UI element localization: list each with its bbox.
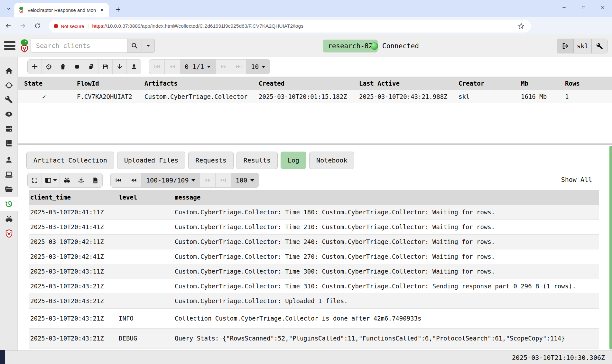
search-input[interactable] bbox=[31, 39, 127, 53]
column-header[interactable]: FlowId bbox=[70, 77, 138, 90]
flow-row[interactable]: ✓ F.CV7KA2QHUIAT2 Custom.CyberTriage.Col… bbox=[18, 90, 612, 103]
last-page-button[interactable] bbox=[216, 173, 231, 187]
sidebar-item-server-artifacts[interactable] bbox=[0, 92, 18, 107]
forward-icon[interactable] bbox=[17, 20, 29, 32]
show-all-link[interactable]: Show All bbox=[561, 176, 592, 183]
sidebar-item-users[interactable] bbox=[0, 153, 18, 167]
column-header[interactable]: Last Active bbox=[353, 77, 452, 90]
sidebar-item-artifact-repository[interactable] bbox=[0, 136, 18, 150]
sidebar-item-search[interactable] bbox=[0, 211, 18, 226]
column-header[interactable]: Creator bbox=[452, 77, 515, 90]
next-page-button[interactable] bbox=[200, 173, 216, 187]
tab-search-chevron-icon[interactable] bbox=[4, 4, 14, 13]
not-secure-badge[interactable]: Not secure bbox=[53, 23, 88, 29]
crosshair-icon bbox=[5, 81, 13, 89]
sidebar-item-file-browser[interactable] bbox=[0, 182, 18, 197]
log-row[interactable]: 2025-03-10T20:43:21Z Custom.CyberTriage.… bbox=[29, 279, 599, 294]
log-row[interactable]: 2025-03-10T20:43:21Z DEBUG Query Stats: … bbox=[29, 328, 599, 348]
cancel-flow-button[interactable] bbox=[70, 60, 84, 74]
tab[interactable]: Results bbox=[236, 152, 278, 169]
search-options-button[interactable] bbox=[142, 39, 155, 53]
download-json-button[interactable] bbox=[74, 173, 88, 187]
download-csv-button[interactable]: CSV bbox=[88, 173, 102, 187]
back-icon[interactable] bbox=[2, 20, 14, 32]
fullscreen-button[interactable] bbox=[28, 173, 42, 187]
client-info-button[interactable] bbox=[127, 60, 141, 74]
new-collection-button[interactable] bbox=[28, 60, 42, 74]
prev-page-button[interactable] bbox=[126, 173, 142, 187]
delete-flow-button[interactable] bbox=[56, 60, 70, 74]
trash-icon bbox=[60, 63, 66, 70]
log-row[interactable]: 2025-03-10T20:43:21Z Custom.CyberTriage.… bbox=[29, 294, 599, 308]
flows-toolbar: 0-1/1 10 bbox=[27, 58, 270, 75]
reload-icon[interactable] bbox=[31, 20, 43, 32]
skip-last-icon bbox=[235, 63, 242, 70]
log-row[interactable]: 2025-03-10T20:43:21Z INFO Collection Cus… bbox=[29, 308, 599, 328]
page-size-dropdown[interactable]: 100 bbox=[231, 173, 258, 187]
first-page-button[interactable] bbox=[111, 173, 126, 187]
log-message: Custom.CyberTriage.Collector: Time 300: … bbox=[173, 264, 599, 279]
copy-flow-button[interactable] bbox=[84, 60, 98, 74]
velociraptor-logo[interactable] bbox=[19, 38, 30, 53]
sidebar-item-client-monitoring[interactable] bbox=[0, 107, 18, 121]
tab[interactable]: Artifact Collection bbox=[26, 152, 114, 169]
tab-close-icon[interactable] bbox=[98, 6, 106, 14]
log-row[interactable]: 2025-03-10T20:42:11Z Custom.CyberTriage.… bbox=[29, 234, 599, 249]
client-search bbox=[31, 39, 155, 53]
log-row[interactable]: 2025-03-10T20:41:41Z Custom.CyberTriage.… bbox=[29, 219, 599, 234]
org-badge[interactable]: research-02 bbox=[323, 40, 378, 52]
first-page-button[interactable] bbox=[149, 60, 165, 74]
column-header[interactable]: Rows bbox=[559, 77, 612, 90]
tab[interactable]: Log bbox=[281, 152, 306, 169]
column-header[interactable]: message bbox=[173, 190, 599, 205]
hamburger-menu-icon[interactable] bbox=[4, 41, 15, 51]
archive-flow-button[interactable] bbox=[42, 60, 56, 74]
close-icon[interactable] bbox=[596, 2, 609, 13]
maximize-icon[interactable] bbox=[577, 2, 590, 13]
minimize-icon[interactable] bbox=[557, 2, 571, 13]
log-message: Collection Custom.CyberTriage.Collector … bbox=[173, 308, 599, 328]
column-header[interactable]: Artifacts bbox=[138, 77, 252, 90]
flow-detail-panel: Artifact CollectionUploaded FilesRequest… bbox=[18, 145, 612, 350]
tab[interactable]: Uploaded Files bbox=[117, 152, 186, 169]
search-button[interactable] bbox=[127, 39, 142, 53]
save-collection-button[interactable] bbox=[98, 60, 113, 74]
tab[interactable]: Notebook bbox=[309, 152, 354, 169]
last-page-button[interactable] bbox=[231, 60, 246, 74]
page-range-dropdown[interactable]: 100-109/109 bbox=[142, 173, 200, 187]
download-results-button[interactable] bbox=[113, 60, 127, 74]
sidebar-item-server-status[interactable] bbox=[0, 121, 18, 136]
columns-button[interactable] bbox=[42, 173, 60, 187]
log-message: Custom.CyberTriage.Collector: Time 180: … bbox=[173, 205, 599, 219]
column-header[interactable]: client_time bbox=[29, 190, 117, 205]
flows-pagination: 0-1/1 10 bbox=[149, 59, 270, 74]
address-bar[interactable]: Not secure https://10.0.0.37:8889/app/in… bbox=[49, 20, 531, 33]
sidebar-item-home[interactable] bbox=[0, 63, 18, 78]
logout-button[interactable] bbox=[557, 39, 574, 53]
log-row[interactable]: 2025-03-10T20:41:11Z Custom.CyberTriage.… bbox=[29, 205, 599, 219]
sidebar-item-collected-artifacts[interactable] bbox=[0, 197, 18, 211]
log-row[interactable]: 2025-03-10T20:42:41Z Custom.CyberTriage.… bbox=[29, 249, 599, 264]
sidebar-item-host-information[interactable] bbox=[0, 167, 18, 182]
settings-button[interactable] bbox=[592, 39, 607, 53]
bookmark-star-icon[interactable] bbox=[517, 22, 525, 30]
page-size-dropdown[interactable]: 10 bbox=[246, 60, 270, 74]
next-page-button[interactable] bbox=[216, 60, 231, 74]
expand-icon bbox=[32, 177, 38, 183]
column-header[interactable]: Mb bbox=[515, 77, 559, 90]
column-header[interactable]: level bbox=[117, 190, 173, 205]
sidebar-item-hunt-manager[interactable] bbox=[0, 78, 18, 92]
new-tab-icon[interactable] bbox=[113, 5, 123, 14]
sidebar-item-velociraptor-shield[interactable] bbox=[0, 226, 18, 241]
column-header[interactable]: State bbox=[18, 77, 70, 90]
filter-rows-button[interactable] bbox=[60, 173, 74, 187]
main-content: 0-1/1 10 StateFlowIdArtifactsCreatedLast… bbox=[18, 57, 612, 350]
browser-tab[interactable]: Velociraptor Response and Mon bbox=[14, 3, 109, 17]
prev-page-button[interactable] bbox=[165, 60, 180, 74]
panel-scrollbar[interactable] bbox=[609, 146, 612, 350]
column-header[interactable]: Created bbox=[252, 77, 353, 90]
tab[interactable]: Requests bbox=[188, 152, 233, 169]
username-button[interactable]: skl bbox=[574, 39, 592, 53]
log-row[interactable]: 2025-03-10T20:43:11Z Custom.CyberTriage.… bbox=[29, 264, 599, 279]
page-range-dropdown[interactable]: 0-1/1 bbox=[180, 60, 216, 74]
